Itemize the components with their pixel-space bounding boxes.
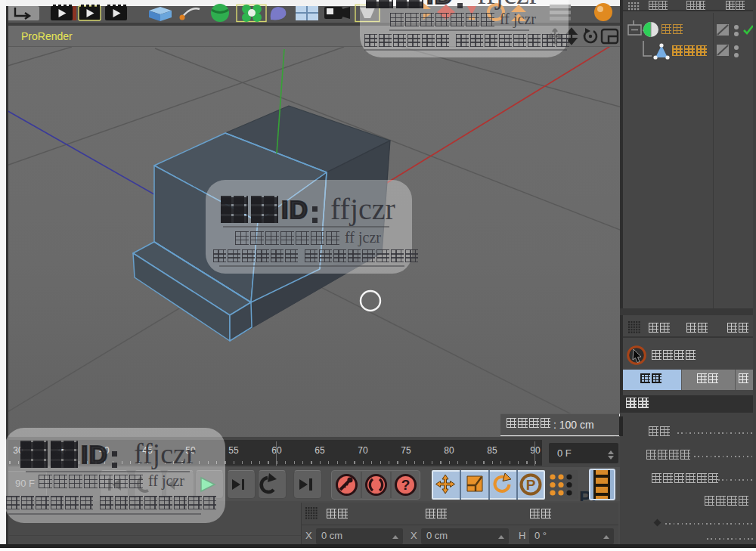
svg-text:?: ?: [401, 477, 411, 493]
svg-text:P: P: [526, 477, 536, 493]
